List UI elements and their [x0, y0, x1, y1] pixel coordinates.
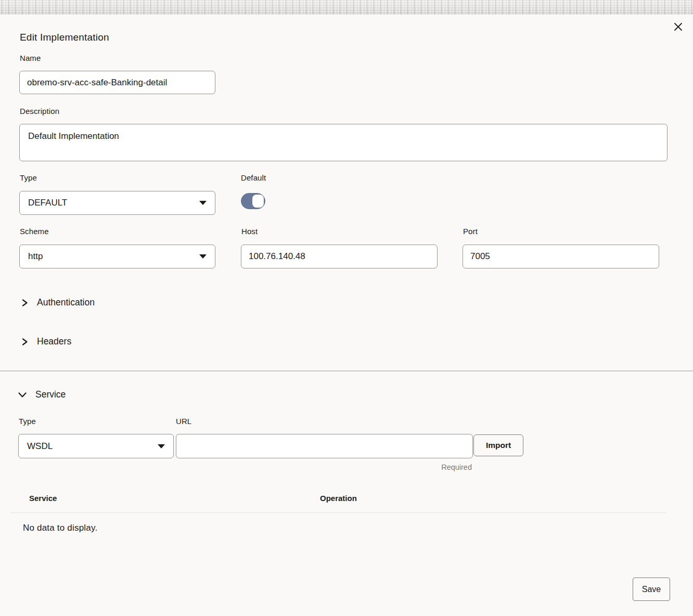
name-label: Name	[20, 54, 41, 62]
url-required-hint: Required	[176, 463, 472, 471]
description-label: Description	[20, 107, 59, 116]
host-input[interactable]	[241, 245, 438, 268]
default-label: Default	[241, 173, 266, 182]
chevron-down-icon	[18, 391, 27, 399]
authentication-section-toggle[interactable]: Authentication	[21, 297, 95, 308]
import-button[interactable]: Import	[473, 434, 523, 456]
background-page-strip	[0, 0, 693, 15]
table-empty-message: No data to display.	[23, 523, 97, 533]
dropdown-caret-icon	[158, 444, 165, 448]
service-type-select-value: WSDL	[27, 441, 53, 452]
service-url-label: URL	[176, 417, 191, 426]
scheme-select[interactable]: http	[19, 245, 215, 268]
port-label: Port	[463, 227, 478, 236]
chevron-right-icon	[21, 338, 29, 346]
close-button[interactable]	[670, 19, 686, 34]
service-section-label: Service	[35, 389, 66, 400]
close-icon	[673, 22, 683, 32]
authentication-section-label: Authentication	[37, 297, 95, 308]
type-label: Type	[20, 173, 37, 182]
table-header-service: Service	[29, 494, 57, 503]
service-url-input[interactable]	[176, 434, 473, 458]
service-section-toggle[interactable]: Service	[18, 389, 66, 400]
section-divider	[0, 370, 693, 371]
dropdown-caret-icon	[199, 201, 207, 205]
save-button[interactable]: Save	[633, 578, 670, 601]
table-header-operation: Operation	[320, 494, 357, 503]
type-select[interactable]: DEFAULT	[19, 191, 215, 215]
name-input[interactable]	[19, 71, 215, 94]
service-type-label: Type	[19, 417, 36, 426]
dropdown-caret-icon	[199, 254, 207, 259]
table-header-divider	[10, 512, 666, 513]
scheme-label: Scheme	[20, 227, 49, 236]
default-toggle[interactable]	[241, 193, 265, 209]
chevron-right-icon	[21, 299, 29, 307]
edit-implementation-dialog: Edit Implementation Name Description Def…	[0, 15, 693, 616]
dialog-title: Edit Implementation	[20, 32, 109, 43]
host-label: Host	[241, 227, 258, 236]
service-type-select[interactable]: WSDL	[18, 434, 174, 458]
port-input[interactable]	[463, 245, 659, 268]
toggle-knob	[252, 195, 264, 208]
headers-section-toggle[interactable]: Headers	[21, 336, 71, 347]
type-select-value: DEFAULT	[28, 198, 67, 208]
page: Edit Implementation Name Description Def…	[0, 0, 693, 616]
headers-section-label: Headers	[37, 336, 71, 347]
description-input[interactable]: Default Implementation	[19, 124, 668, 161]
scheme-select-value: http	[28, 251, 43, 262]
